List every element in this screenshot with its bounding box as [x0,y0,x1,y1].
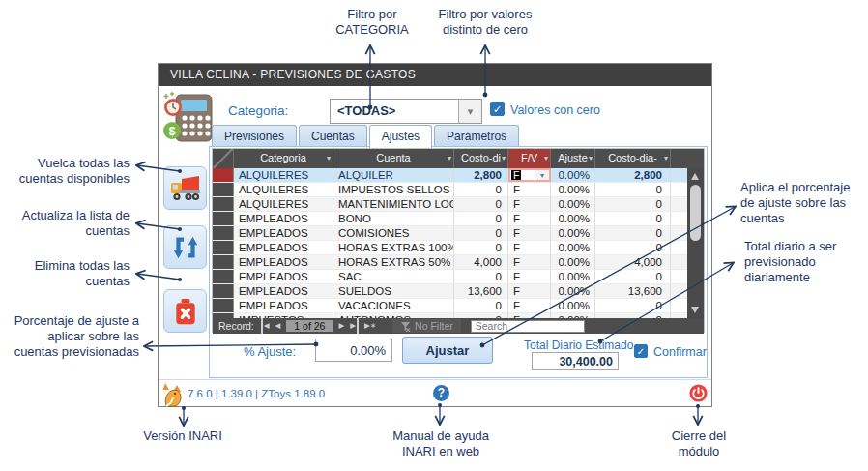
cell[interactable]: 0.00% [551,299,595,312]
category-dropdown[interactable]: <TODAS> ▾ [330,99,482,124]
cell[interactable]: IMPUESTOS SELLOS [333,183,454,196]
cell[interactable]: SAC [333,270,454,283]
cell[interactable]: 0.00% [551,226,595,240]
cell[interactable]: HORAS EXTRAS 50% [333,255,454,269]
filter-arrow-icon[interactable]: ▾ [544,149,548,167]
cell[interactable]: EMPLEADOS [234,226,333,240]
table-row[interactable]: EMPLEADOSSAC0F0.00%0 [213,270,704,284]
cell[interactable]: 0.00% [551,197,595,211]
cell[interactable]: 0 [454,212,508,225]
row-selector[interactable] [213,212,234,225]
cell[interactable]: ALQUILERES [234,197,333,211]
cell[interactable]: F [508,299,551,312]
cell[interactable]: SUELDOS [333,284,454,298]
tab-ajustes[interactable]: Ajustes [369,125,432,148]
filter-arrow-icon[interactable]: ▾ [589,149,593,167]
tab-previsiones[interactable]: Previsiones [212,125,297,147]
cell[interactable]: 0.00% [551,168,595,182]
cell[interactable]: 2,800 [595,168,671,182]
tab-parametros[interactable]: Parámetros [434,125,519,147]
tab-cuentas[interactable]: Cuentas [299,125,367,147]
filter-arrow-icon[interactable]: ▾ [502,149,506,167]
cell[interactable]: ALQUILERES [234,183,333,196]
ajuste-input[interactable] [315,339,392,362]
search-input[interactable] [471,320,585,333]
help-icon[interactable]: ? [433,385,449,401]
row-selector[interactable] [213,183,234,196]
cell[interactable]: ALQUILER [333,168,454,182]
table-row[interactable]: EMPLEADOSVACACIONES0F0.00%0 [213,299,704,313]
fv-edit-value[interactable]: F [511,170,521,180]
cell[interactable]: F [508,255,551,269]
column-header-cuenta[interactable]: Cuenta▾ [333,149,454,168]
table-row[interactable]: ALQUILERESMANTENIMIENTO LOCAL0F0.00%0 [213,197,704,212]
row-selector[interactable] [213,168,234,182]
cell[interactable]: 0 [595,270,671,283]
power-icon[interactable] [689,384,708,402]
table-row[interactable]: EMPLEADOSCOMISIONES0F0.00%0 [213,226,704,241]
no-filter-button[interactable]: No Filter [392,319,461,333]
cell[interactable]: EMPLEADOS [234,255,333,269]
chevron-down-icon[interactable]: ▾ [535,170,549,180]
ajustar-button[interactable]: Ajustar [402,337,493,364]
cell[interactable]: F [508,270,551,283]
cell[interactable]: 0 [595,299,671,312]
first-record-button[interactable]: ◀ [261,318,270,334]
table-row[interactable]: ALQUILERESALQUILER2,800F▾0.00%2,800 [213,168,704,183]
column-header-costo-di[interactable]: Costo-di▾ [454,149,508,168]
last-record-button[interactable]: ▶ [350,318,359,334]
cell[interactable]: 0 [595,241,671,254]
table-row[interactable]: EMPLEADOSHORAS EXTRAS 50%4,000F0.00%4,00… [213,255,704,270]
cell[interactable]: 0 [595,197,671,211]
scroll-up-icon[interactable] [691,173,699,180]
row-selector[interactable] [213,241,234,254]
cell[interactable]: EMPLEADOS [234,299,333,312]
column-header-ajuste[interactable]: Ajuste▾ [551,149,595,168]
dump-accounts-button[interactable] [163,166,207,210]
next-record-button[interactable]: ▶ [338,318,344,334]
row-selector[interactable] [213,299,234,312]
new-record-button[interactable]: ▶∗ [364,318,376,334]
scrollbar-thumb[interactable] [690,185,701,241]
cell[interactable]: EMPLEADOS [234,284,333,298]
row-selector[interactable] [213,270,234,283]
table-row[interactable]: ALQUILERESIMPUESTOS SELLOS0F0.00%0 [213,183,704,197]
table-row[interactable]: EMPLEADOSSUELDOS13,600F0.00%13,600 [213,284,704,299]
filter-arrow-icon[interactable]: ▾ [664,149,668,167]
cell[interactable]: 0.00% [551,255,595,269]
total-diario-input[interactable] [532,352,619,370]
values-with-zero-checkbox[interactable]: ✓ [490,102,505,116]
cell[interactable]: F [508,226,551,240]
scroll-down-icon[interactable] [691,307,699,313]
cell[interactable]: MANTENIMIENTO LOCAL [333,197,454,211]
column-header-categoria[interactable]: Categoria▾ [234,149,333,168]
cell[interactable]: F [508,197,551,211]
cell[interactable]: 0.00% [551,284,595,298]
table-row[interactable]: EMPLEADOSHORAS EXTRAS 100%0F0.00%0 [213,241,704,255]
cell[interactable]: 0 [454,226,508,240]
cell[interactable]: HORAS EXTRAS 100% [333,241,454,254]
cell[interactable]: 0 [595,226,671,240]
row-selector[interactable] [213,255,234,269]
confirmar-checkbox[interactable]: ✓ [634,344,648,358]
cell[interactable]: EMPLEADOS [234,241,333,254]
delete-accounts-button[interactable] [163,289,207,333]
filter-arrow-icon[interactable]: ▾ [448,149,451,167]
cell[interactable]: F [508,212,551,225]
cell[interactable]: F [508,284,551,298]
refresh-accounts-button[interactable] [163,225,207,269]
cell[interactable]: 4,000 [454,255,508,269]
cell[interactable]: 13,600 [454,284,508,298]
cell[interactable]: COMISIONES [333,226,454,240]
table-row[interactable]: EMPLEADOSBONO0F0.00%0 [213,212,704,226]
cell[interactable]: BONO [333,212,454,225]
cell[interactable]: 0 [454,197,508,211]
row-selector[interactable] [213,197,234,211]
filter-arrow-icon[interactable]: ▾ [327,149,331,167]
cell[interactable]: 0 [454,299,508,312]
cell[interactable]: VACACIONES [333,299,454,312]
previous-record-button[interactable]: ◀ [275,318,281,334]
cell[interactable]: F▾ [508,168,551,182]
vertical-scrollbar[interactable] [687,168,704,318]
cell[interactable]: 0.00% [551,212,595,225]
